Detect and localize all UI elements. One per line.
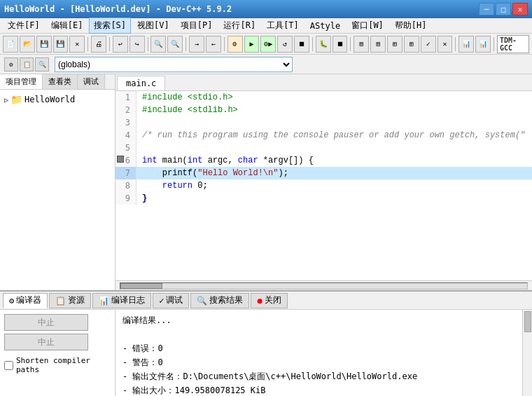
menu-file[interactable]: 文件[F]: [3, 18, 45, 34]
tab-project-manager[interactable]: 项目管理: [0, 74, 43, 89]
print-btn[interactable]: 🖨: [91, 36, 106, 53]
debug-stop-btn[interactable]: ⏹: [332, 36, 348, 53]
bottom-panel-scrollbar[interactable]: [522, 310, 532, 396]
stop-compile-button[interactable]: 中止: [4, 314, 88, 331]
code-line-2: 2 #include <stdlib.h>: [115, 104, 532, 116]
line-num-6: 6: [115, 154, 136, 167]
line-code-8[interactable]: return 0;: [136, 179, 208, 192]
titlebar: HelloWorld - [HelloWorld.dev] - Dev-C++ …: [0, 0, 532, 18]
line-code-9[interactable]: }: [136, 192, 147, 205]
tab-resources[interactable]: 📋 资源: [49, 293, 91, 308]
resources-tab-icon: 📋: [55, 296, 66, 306]
sep3: [148, 37, 148, 51]
compiler-tab-label: 编译器: [16, 294, 41, 306]
minimize-button[interactable]: ─: [479, 3, 494, 15]
search-tab-icon: 🔍: [197, 296, 207, 306]
tab-debug[interactable]: ✓ 调试: [153, 293, 189, 308]
compile-run-btn[interactable]: ⚙▶: [260, 36, 276, 53]
file-tab-main[interactable]: main.c: [117, 76, 165, 90]
main-area: 项目管理 查看类 调试 ▷ 📁 HelloWorld main.c 1 #inc…: [0, 74, 532, 292]
menubar: 文件[F] 编辑[E] 搜索[S] 视图[V] 项目[P] 运行[R] 工具[T…: [0, 18, 532, 34]
menu-view[interactable]: 视图[V]: [132, 18, 174, 34]
new-file-btn[interactable]: 📄: [3, 36, 18, 53]
undo-btn[interactable]: ↩: [113, 36, 128, 53]
output-title: 编译结果...: [122, 314, 515, 327]
open-file-btn[interactable]: 📂: [20, 36, 35, 53]
menu-help[interactable]: 帮助[H]: [390, 18, 432, 34]
globals-icon1[interactable]: ⚙: [4, 57, 18, 71]
close-button[interactable]: ✕: [512, 3, 528, 15]
save-btn[interactable]: 💾: [36, 36, 52, 53]
debug-btn[interactable]: 🐛: [316, 36, 331, 53]
x-btn[interactable]: ✕: [438, 36, 453, 53]
code-line-5: 5: [115, 142, 532, 154]
menu-tools[interactable]: 工具[T]: [262, 18, 304, 34]
redo-btn[interactable]: ↪: [130, 36, 145, 53]
window-title: HelloWorld - [HelloWorld.dev] - Dev-C++ …: [4, 4, 232, 14]
rebuild-btn[interactable]: ↺: [277, 36, 293, 53]
unindent-btn[interactable]: ←: [206, 36, 221, 53]
shorten-paths-checkbox: Shorten compiler paths: [4, 356, 111, 374]
menu-edit[interactable]: 编辑[E]: [46, 18, 88, 34]
find-btn[interactable]: 🔍: [150, 36, 166, 53]
line-num-1: 1: [115, 91, 136, 104]
line-code-1[interactable]: #include <stdio.h>: [136, 91, 233, 104]
globals-icon2[interactable]: 📋: [20, 57, 34, 71]
code-line-9: 9 }: [115, 192, 532, 205]
line-code-5[interactable]: [136, 142, 142, 154]
line-num-8: 8: [115, 179, 136, 192]
grid2-btn[interactable]: ⊞: [370, 36, 386, 53]
tab-debug[interactable]: 调试: [78, 74, 105, 89]
check-btn[interactable]: ✓: [421, 36, 436, 53]
line-code-4[interactable]: /* run this program using the console pa…: [136, 129, 525, 142]
line-code-3[interactable]: [136, 116, 142, 129]
line-code-6[interactable]: int main(int argc, char *argv[]) {: [136, 154, 314, 167]
tree-expand-icon[interactable]: ▷: [4, 96, 8, 104]
save-all-btn[interactable]: 💾: [53, 36, 69, 53]
compiler-tab-icon: ⚙: [9, 296, 14, 306]
code-editor[interactable]: 1 #include <stdio.h> 2 #include <stdlib.…: [115, 91, 532, 280]
tab-search-results[interactable]: 🔍 搜索结果: [190, 293, 249, 308]
globals-icon3[interactable]: 🔍: [35, 57, 49, 71]
editor-hscroll[interactable]: [115, 280, 532, 290]
indent-btn[interactable]: →: [189, 36, 204, 53]
grid-btn[interactable]: ⊞: [354, 36, 369, 53]
vscroll-thumb[interactable]: [524, 311, 531, 332]
menu-astyle[interactable]: AStyle: [305, 19, 345, 33]
stop-btn[interactable]: ⏹: [294, 36, 309, 53]
tab-compile-log[interactable]: 📊 编译日志: [92, 293, 151, 308]
menu-window[interactable]: 窗口[W]: [346, 18, 388, 34]
code-line-1: 1 #include <stdio.h>: [115, 91, 532, 104]
log-tab-icon: 📊: [99, 296, 109, 306]
compile-btn[interactable]: ⚙: [227, 36, 243, 53]
bottom-panel: ⚙ 编译器 📋 资源 📊 编译日志 ✓ 调试 🔍 搜索结果 ● 关闭 中止 中止: [0, 292, 532, 396]
globals-select[interactable]: (globals): [55, 57, 293, 72]
panel-tabs: 项目管理 查看类 调试: [0, 74, 115, 90]
search-tab-label: 搜索结果: [209, 294, 243, 306]
sep8: [455, 37, 456, 51]
grid3-btn[interactable]: ⊞: [387, 36, 402, 53]
replace-btn[interactable]: 🔍: [167, 36, 183, 53]
menu-search[interactable]: 搜索[S]: [89, 18, 131, 34]
shorten-paths-label: Shorten compiler paths: [16, 356, 111, 374]
stop-compile-button-2[interactable]: 中止: [4, 334, 88, 350]
close-tab-icon: ●: [257, 296, 262, 306]
shorten-paths-input[interactable]: [4, 361, 13, 370]
menu-project[interactable]: 项目[P]: [176, 18, 218, 34]
run-btn[interactable]: ▶: [244, 36, 260, 53]
tree-root[interactable]: ▷ 📁 HelloWorld: [3, 93, 112, 107]
tab-class-browser[interactable]: 查看类: [43, 74, 78, 89]
chart2-btn[interactable]: 📊: [475, 36, 491, 53]
maximize-button[interactable]: □: [496, 3, 511, 15]
close-file-btn[interactable]: ✕: [69, 36, 85, 53]
menu-run[interactable]: 运行[R]: [218, 18, 260, 34]
line-code-7[interactable]: printf("Hello World!\n");: [136, 167, 288, 179]
line-code-2[interactable]: #include <stdlib.h>: [136, 104, 238, 116]
debug-tab-icon: ✓: [159, 296, 164, 306]
bottom-content: 中止 中止 Shorten compiler paths 编译结果... - 错…: [0, 310, 532, 396]
tab-compiler[interactable]: ⚙ 编译器: [3, 293, 48, 308]
tab-close[interactable]: ● 关闭: [251, 293, 287, 308]
code-area: main.c 1 #include <stdio.h> 2 #include <…: [115, 74, 532, 290]
chart-btn[interactable]: 📊: [458, 36, 474, 53]
grid4-btn[interactable]: ⊞: [404, 36, 419, 53]
